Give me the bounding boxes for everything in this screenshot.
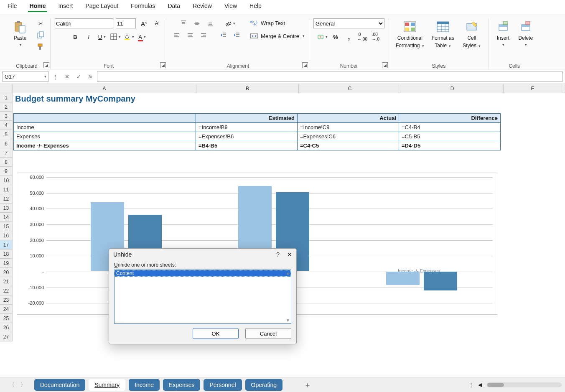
table-cell[interactable]: =Income!B9 [196, 123, 298, 132]
row-header[interactable]: 8 [0, 158, 12, 167]
row-header[interactable]: 19 [0, 259, 12, 268]
row-header[interactable]: 2 [0, 102, 12, 112]
menu-file[interactable]: File [6, 1, 19, 12]
cancel-button[interactable]: Cancel [245, 328, 291, 339]
insert-cells-button[interactable]: Insert▾ [493, 18, 513, 48]
font-name-select[interactable] [55, 18, 113, 28]
alignment-dialog-launcher[interactable]: ◢ [302, 62, 308, 68]
row-header[interactable]: 20 [0, 268, 12, 277]
font-color-button[interactable]: A ▾ [137, 32, 148, 42]
menu-home[interactable]: Home [28, 1, 48, 12]
decrease-indent-button[interactable] [218, 30, 229, 40]
fill-color-button[interactable]: ▾ [123, 32, 134, 42]
align-top-button[interactable] [178, 18, 189, 28]
horizontal-scrollbar[interactable] [486, 382, 562, 387]
row-header[interactable]: 10 [0, 176, 12, 185]
format-as-table-button[interactable]: Format as Table ▾ [429, 18, 457, 50]
column-header[interactable]: E [504, 84, 562, 93]
increase-indent-button[interactable] [232, 30, 242, 40]
table-cell[interactable]: =Income!C9 [298, 123, 399, 132]
clipboard-dialog-launcher[interactable]: ◢ [43, 62, 49, 68]
align-center-button[interactable] [185, 30, 196, 40]
comma-style-button[interactable]: , [344, 32, 354, 42]
menu-insert[interactable]: Insert [56, 1, 74, 12]
row-header[interactable]: 15 [0, 222, 12, 231]
list-item[interactable]: Content [115, 270, 291, 277]
row-header[interactable]: 5 [0, 130, 12, 139]
scroll-down-icon[interactable]: ▼ [286, 318, 290, 323]
row-header[interactable]: 1 [0, 93, 12, 102]
number-dialog-launcher[interactable]: ◢ [382, 62, 388, 68]
row-header[interactable]: 11 [0, 185, 12, 194]
underline-button[interactable]: U▾ [97, 32, 107, 42]
number-format-select[interactable]: General [313, 18, 384, 28]
font-size-select[interactable] [116, 18, 136, 28]
table-cell[interactable]: =Expenses!B6 [196, 132, 298, 141]
sheet-tab-summary[interactable]: Summary [89, 379, 125, 391]
orientation-button[interactable]: ab▾ [225, 18, 236, 28]
delete-cells-button[interactable]: Delete▾ [516, 18, 536, 48]
ok-button[interactable]: OK [193, 328, 239, 339]
column-header[interactable]: A [13, 84, 196, 93]
scroll-left-caret[interactable]: ◀ [478, 382, 482, 388]
function-wizard-button[interactable]: fx [85, 71, 95, 81]
row-header[interactable]: 26 [0, 323, 12, 332]
row-header[interactable]: 12 [0, 194, 12, 204]
row-header[interactable]: 6 [0, 139, 12, 148]
table-cell[interactable]: Income -/- Expenses [14, 141, 196, 150]
column-headers[interactable]: ABCDE [13, 84, 565, 93]
wrap-text-button[interactable]: ab Wrap Text [250, 19, 285, 27]
name-box[interactable]: G17 ▾ [3, 71, 48, 82]
menu-page-layout[interactable]: Page Layout [84, 1, 120, 12]
percent-button[interactable]: % [330, 32, 341, 42]
sheet-tab-expenses[interactable]: Expenses [163, 379, 200, 391]
sheet-tab-operating[interactable]: Operating [245, 379, 282, 391]
row-header[interactable]: 13 [0, 204, 12, 213]
sheet-tab-personnel[interactable]: Personnel [204, 379, 242, 391]
align-left-button[interactable] [171, 30, 182, 40]
table-cell[interactable]: Expenses [14, 132, 196, 141]
increase-decimal-button[interactable]: .0←.00 [357, 32, 368, 42]
borders-button[interactable]: ▾ [110, 32, 121, 42]
menu-review[interactable]: Review [191, 1, 214, 12]
menu-view[interactable]: View [223, 1, 239, 12]
column-header[interactable]: D [401, 84, 504, 93]
accept-formula-button[interactable]: ✓ [74, 71, 84, 81]
cut-button[interactable]: ✂ [35, 18, 46, 28]
decrease-decimal-button[interactable]: .00→.0 [370, 32, 381, 42]
menu-help[interactable]: Help [248, 1, 263, 12]
row-header[interactable]: 9 [0, 167, 12, 176]
formula-input[interactable] [97, 71, 562, 82]
column-header[interactable]: B [196, 84, 299, 93]
chart-bar[interactable] [386, 272, 420, 285]
tab-scroll-right[interactable]: 〉 [20, 381, 26, 389]
merge-centre-button[interactable]: Merge & Centre ▾ [250, 33, 305, 39]
help-button[interactable]: ? [276, 251, 280, 258]
table-cell[interactable]: =C5-B5 [399, 132, 501, 141]
formula-more-button[interactable]: ⋮ [50, 71, 60, 81]
row-header[interactable]: 27 [0, 332, 12, 341]
format-painter-button[interactable] [35, 42, 46, 52]
chart-bar[interactable] [424, 272, 457, 290]
align-bottom-button[interactable] [205, 18, 216, 28]
row-header[interactable]: 23 [0, 295, 12, 305]
close-button[interactable]: ✕ [287, 251, 292, 258]
align-right-button[interactable] [198, 30, 209, 40]
row-header[interactable]: 7 [0, 148, 12, 158]
hidden-sheets-listbox[interactable]: Content ▲ ▼ [114, 270, 291, 324]
add-sheet-button[interactable]: ＋ [302, 379, 313, 391]
row-header[interactable]: 3 [0, 112, 12, 121]
menu-formulas[interactable]: Formulas [129, 1, 157, 12]
tab-scroll-left[interactable]: 〈 [9, 381, 15, 389]
shrink-font-button[interactable]: Aˇ [152, 18, 163, 28]
copy-button[interactable] [35, 30, 46, 40]
conditional-formatting-button[interactable]: Conditional Formatting ▾ [393, 18, 427, 50]
menu-data[interactable]: Data [166, 1, 182, 12]
italic-button[interactable]: I [83, 32, 94, 42]
currency-button[interactable]: ▾ [317, 32, 328, 42]
row-header[interactable]: 14 [0, 213, 12, 222]
tab-menu-button[interactable]: ⋮ [468, 382, 474, 388]
table-cell[interactable]: =B4-B5 [196, 141, 298, 150]
table-cell[interactable]: =Expenses!C6 [298, 132, 399, 141]
align-middle-button[interactable] [191, 18, 202, 28]
